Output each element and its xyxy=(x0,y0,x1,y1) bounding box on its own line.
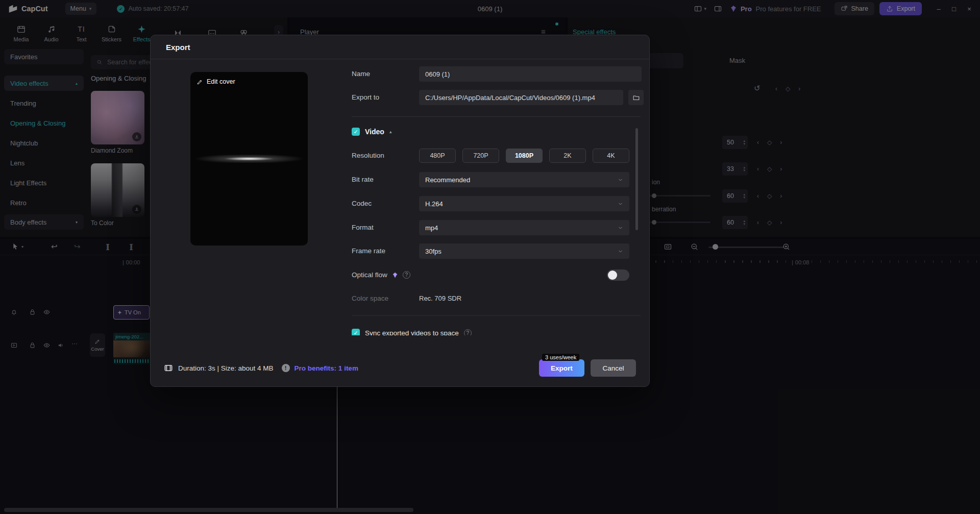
browse-folder-button[interactable] xyxy=(628,90,644,105)
edit-cover-button[interactable]: Edit cover xyxy=(197,78,235,85)
dialog-scrollbar[interactable] xyxy=(635,128,638,230)
help-icon[interactable]: ? xyxy=(403,271,410,279)
resolution-option-4k[interactable]: 4K xyxy=(593,149,629,163)
sync-checkbox[interactable]: ✓ xyxy=(352,329,360,335)
framerate-select[interactable]: 30fps xyxy=(419,243,629,259)
colorspace-label: Color space xyxy=(352,295,388,302)
video-checkbox[interactable]: ✓ xyxy=(352,128,360,136)
cover-preview: Edit cover xyxy=(190,72,308,246)
optical-flow-row: Optical flow ? xyxy=(352,271,410,279)
framerate-label: Frame rate xyxy=(352,247,385,255)
bitrate-label: Bit rate xyxy=(352,176,374,183)
pro-gem-icon xyxy=(391,272,399,279)
codec-select[interactable]: H.264 xyxy=(419,196,629,211)
sync-row-clipped: ✓ Sync exported videos to space ? xyxy=(352,329,571,335)
optical-flow-label: Optical flow xyxy=(352,271,387,279)
name-label: Name xyxy=(352,70,370,78)
colorspace-value: Rec. 709 SDR xyxy=(419,295,461,302)
preview-frame-glow xyxy=(194,155,304,163)
resolution-option-2k[interactable]: 2K xyxy=(549,149,586,163)
name-input[interactable] xyxy=(419,66,642,82)
toggle-knob xyxy=(608,271,617,280)
dialog-header: Export xyxy=(151,35,649,59)
dialog-title: Export xyxy=(166,43,190,52)
chevron-down-icon xyxy=(618,177,623,183)
pro-benefits-link[interactable]: Pro benefits: 1 item xyxy=(295,364,358,372)
resolution-label: Resolution xyxy=(352,152,384,159)
optical-flow-toggle[interactable] xyxy=(607,270,629,281)
format-select[interactable]: mp4 xyxy=(419,220,629,235)
chevron-down-icon xyxy=(618,201,623,207)
chevron-down-icon xyxy=(618,225,623,231)
export-to-label: Export to xyxy=(352,93,379,101)
video-section-label: Video xyxy=(365,128,384,136)
pencil-icon xyxy=(197,79,203,85)
uses-badge: 3 uses/week xyxy=(542,354,579,361)
resolution-option-1080p[interactable]: 1080P xyxy=(506,149,543,163)
check-icon: ✓ xyxy=(353,330,358,336)
divider xyxy=(352,116,641,117)
video-section-header: ✓ Video ▴ xyxy=(352,128,391,136)
cancel-button[interactable]: Cancel xyxy=(591,359,636,377)
film-icon xyxy=(164,363,173,373)
export-button[interactable]: Export xyxy=(539,359,584,377)
resolution-option-480p[interactable]: 480P xyxy=(419,149,456,163)
dialog-footer: Duration: 3s | Size: about 4 MB ! Pro be… xyxy=(151,350,649,386)
resolution-option-720p[interactable]: 720P xyxy=(462,149,499,163)
resolution-options: 480P 720P 1080P 2K 4K xyxy=(419,149,629,163)
help-icon[interactable]: ? xyxy=(464,329,472,336)
export-button-wrap: 3 uses/week Export xyxy=(539,359,584,377)
export-dialog: Export Edit cover Name Export to ✓ Video… xyxy=(150,35,650,387)
chevron-down-icon xyxy=(618,249,623,254)
export-summary: Duration: 3s | Size: about 4 MB xyxy=(178,364,274,372)
divider xyxy=(352,315,641,316)
check-icon: ✓ xyxy=(353,129,358,135)
bitrate-select[interactable]: Recommended xyxy=(419,172,629,187)
codec-label: Codec xyxy=(352,200,372,207)
sync-label: Sync exported videos to space xyxy=(365,329,459,336)
folder-icon xyxy=(632,94,640,102)
info-icon: ! xyxy=(282,364,290,372)
collapse-icon[interactable]: ▴ xyxy=(389,129,392,134)
export-path-input[interactable] xyxy=(419,90,623,105)
format-label: Format xyxy=(352,224,374,231)
